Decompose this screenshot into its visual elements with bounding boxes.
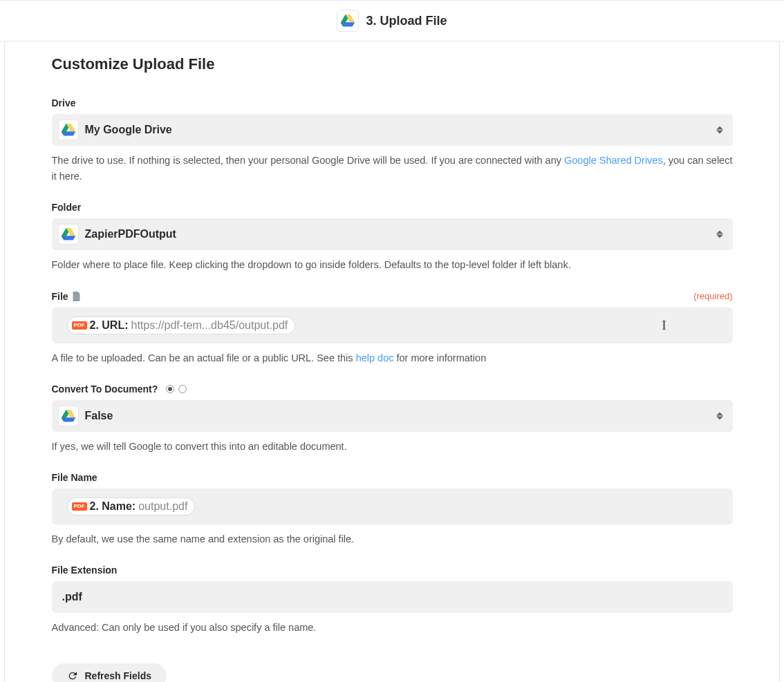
document-icon (73, 292, 81, 301)
refresh-fields-button[interactable]: Refresh Fields (52, 663, 167, 682)
field-folder: Folder ZapierPDFOutput Folder where to p… (52, 202, 733, 273)
filename-pill[interactable]: PDF 2. Name: output.pdf (67, 498, 196, 515)
extension-input[interactable]: .pdf (52, 581, 733, 613)
convert-dropdown[interactable]: False (52, 400, 733, 432)
shared-drives-link[interactable]: Google Shared Drives (564, 155, 663, 166)
folder-dropdown[interactable]: ZapierPDFOutput (52, 218, 733, 250)
refresh-label: Refresh Fields (85, 670, 151, 681)
convert-help: If yes, we will tell Google to convert t… (52, 439, 733, 455)
section-title: Customize Upload File (52, 55, 733, 73)
extension-value: .pdf (62, 591, 82, 603)
folder-help: Folder where to place file. Keep clickin… (52, 257, 733, 273)
chevron-sort-icon (716, 126, 723, 134)
filename-input[interactable]: PDF 2. Name: output.pdf (52, 489, 733, 524)
step-header: 3. Upload File (0, 0, 784, 41)
drive-label: Drive (52, 97, 76, 108)
chevron-sort-icon (716, 412, 723, 419)
field-filename: File Name PDF 2. Name: output.pdf By def… (52, 472, 733, 547)
field-file: File (required) PDF 2. URL: https://pdf-… (52, 291, 733, 366)
required-badge: (required) (693, 291, 732, 301)
radio-option-2[interactable] (178, 385, 187, 393)
google-drive-icon (58, 120, 79, 140)
field-convert: Convert To Document? False (52, 383, 733, 455)
google-drive-icon (58, 406, 79, 426)
drive-help: The drive to use. If nothing is selected… (52, 153, 733, 184)
file-pill[interactable]: PDF 2. URL: https://pdf-tem...db45/outpu… (67, 316, 296, 334)
text-cursor-icon: I (662, 318, 666, 332)
field-drive: Drive My Google Drive The drive to use. … (52, 97, 733, 184)
chevron-sort-icon (716, 231, 723, 238)
drive-value: My Google Drive (85, 124, 172, 136)
pdf-icon: PDF (72, 502, 87, 511)
google-drive-icon (58, 224, 79, 245)
file-help: A file to be uploaded. Can be an actual … (52, 350, 733, 366)
file-label: File (52, 291, 81, 302)
filename-label: File Name (52, 472, 97, 483)
folder-label: Folder (52, 202, 82, 213)
convert-radio-group (166, 385, 187, 393)
file-input[interactable]: PDF 2. URL: https://pdf-tem...db45/outpu… (52, 307, 733, 343)
step-title: 3. Upload File (366, 14, 447, 28)
convert-label: Convert To Document? (52, 383, 187, 395)
filename-help: By default, we use the same name and ext… (52, 531, 733, 547)
extension-help: Advanced: Can only be used if you also s… (52, 620, 733, 636)
refresh-icon (67, 670, 78, 681)
field-extension: File Extension .pdf Advanced: Can only b… (52, 565, 733, 636)
convert-value: False (85, 410, 113, 422)
extension-label: File Extension (52, 565, 118, 576)
pdf-icon: PDF (72, 321, 87, 330)
radio-option-1[interactable] (166, 385, 174, 393)
google-drive-icon (337, 10, 359, 32)
help-doc-link[interactable]: help doc (356, 352, 394, 363)
drive-dropdown[interactable]: My Google Drive (52, 114, 733, 146)
folder-value: ZapierPDFOutput (85, 228, 176, 240)
main-panel: Customize Upload File Drive My Google Dr… (4, 41, 780, 682)
